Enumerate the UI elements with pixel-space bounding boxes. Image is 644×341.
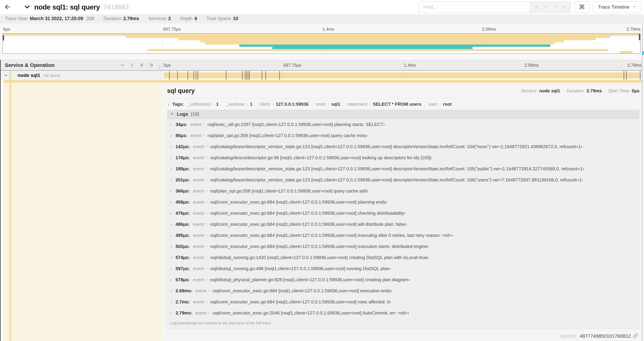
chevron-right-icon[interactable]: › — [170, 177, 176, 182]
find-input[interactable] — [419, 2, 529, 13]
span-row[interactable]: node sql1 sql query — [0, 71, 644, 80]
log-row[interactable]: ›678μs:event=‹sql/distsql_physical_plann… — [167, 274, 639, 285]
log-row[interactable]: ›495μs:event=‹sql/conn_executor_exec.go:… — [167, 230, 639, 241]
page-title: node sql1: sql query — [34, 3, 100, 11]
next-match-icon[interactable] — [552, 5, 558, 10]
log-field-key: event — [193, 166, 204, 172]
chevron-right-icon[interactable]: › — [170, 299, 176, 304]
logs-chevron-icon[interactable] — [170, 112, 174, 117]
tick-label: 0μs — [3, 27, 10, 32]
chevron-right-icon[interactable]: › — [170, 233, 176, 238]
find-group: ✕ — [419, 2, 571, 13]
collapse-controls — [120, 63, 154, 68]
prev-match-icon[interactable] — [543, 5, 548, 10]
focus-match-icon[interactable] — [534, 5, 539, 10]
divider — [563, 89, 564, 93]
log-row[interactable]: ›2.7ms:event=‹sql/conn_executor_exec.go:… — [167, 296, 639, 307]
chevron-right-icon[interactable]: › — [170, 133, 176, 138]
chevron-right-icon[interactable]: › — [170, 277, 176, 282]
chevron-right-icon[interactable]: › — [170, 166, 176, 171]
log-field-key: event — [193, 188, 204, 194]
log-row[interactable]: ›2.79ms:event=‹sql/conn_executor_exec.go… — [167, 307, 639, 318]
clear-find-icon[interactable]: ✕ — [562, 4, 566, 10]
meta-label: Depth — [180, 16, 192, 21]
log-row[interactable]: ›2.69ms:event=‹sql/conn_executor_exec.go… — [167, 285, 639, 296]
tag-item: _verbose=1 — [226, 102, 252, 107]
deep-link-button[interactable] — [633, 333, 638, 339]
column-resizer-grip[interactable] — [158, 65, 160, 69]
log-row[interactable]: ›366μs:event=‹sql/plan_opt.go:358 [nsql1… — [167, 185, 639, 196]
log-marker — [249, 71, 250, 80]
log-field-key: event — [193, 177, 204, 183]
log-marker — [246, 71, 247, 80]
spanid-label: SpanID: — [560, 333, 578, 339]
equals-sign: = — [206, 255, 208, 260]
minimap-left-scrub-handle[interactable] — [3, 35, 4, 41]
tag-item: node=sql1 — [316, 102, 340, 107]
chevron-right-icon[interactable]: › — [170, 122, 176, 127]
trace-id: 7418682 — [103, 4, 129, 11]
log-row[interactable]: ›201μs:event=‹sql/catalog/lease/descript… — [167, 174, 639, 185]
equals-sign: = — [206, 277, 208, 282]
minimap-span-bar — [3, 34, 640, 36]
collapse-trace-chevron-icon[interactable] — [24, 4, 30, 11]
chevron-right-icon[interactable]: › — [170, 244, 176, 249]
back-button[interactable] — [0, 0, 15, 14]
keyboard-shortcuts-button[interactable]: ⌘ — [574, 2, 589, 13]
span-row-timeline[interactable] — [162, 71, 644, 80]
log-row[interactable]: ›176μs:event=‹sql/catalog/descs/descript… — [167, 152, 639, 163]
log-row[interactable]: ›476μs:event=‹sql/conn_executor_exec.go:… — [167, 208, 639, 219]
log-marker — [196, 71, 196, 80]
minimap-right-scrub-handle[interactable] — [639, 34, 640, 40]
span-duration-bar[interactable] — [164, 72, 641, 78]
log-row[interactable]: ›34μs:event=‹sql/exec_util.go:2297 [nsql… — [167, 119, 639, 130]
log-row[interactable]: ›486μs:event=‹sql/conn_executor_exec.go:… — [167, 219, 639, 230]
tag-key: statement — [348, 102, 367, 107]
log-row[interactable]: ›502μs:event=‹sql/conn_executor_exec.go:… — [167, 241, 639, 252]
collapse-one-icon[interactable] — [120, 63, 125, 68]
log-timestamp: 34μs: — [176, 122, 187, 127]
tag-item: _unfinished=1 — [187, 102, 218, 107]
tag-item: client=127.0.0.1:59936 — [260, 102, 308, 107]
span-color-bar — [9, 71, 11, 80]
tag-value: 1 — [216, 102, 218, 107]
chevron-right-icon[interactable]: › — [170, 288, 176, 293]
log-field-key: event — [190, 122, 202, 127]
log-timestamp: 176μs: — [176, 155, 190, 160]
equals-sign: = — [439, 102, 441, 107]
log-row[interactable]: ›142μs:event=‹sql/catalog/lease/descript… — [167, 141, 639, 152]
trace-view-selector[interactable]: Trace Timeline — [593, 2, 641, 13]
log-row[interactable]: ›597μs:event=‹sql/distsql_running.go:498… — [167, 263, 639, 274]
chevron-right-icon[interactable]: › — [170, 255, 176, 260]
chevron-right-icon[interactable]: › — [170, 310, 176, 315]
chevron-right-icon[interactable]: › — [170, 144, 176, 149]
collapse-all-icon[interactable] — [139, 63, 144, 68]
equals-sign: = — [327, 102, 330, 107]
tags-row[interactable]: › Tags: _unfinished=1_verbose=1client=12… — [167, 98, 640, 110]
chevron-right-icon[interactable]: › — [170, 189, 176, 193]
scrollbar-strip[interactable] — [642, 23, 644, 341]
chevron-right-icon[interactable]: › — [170, 200, 176, 204]
span-collapse-chevron-icon[interactable] — [4, 73, 8, 78]
log-row[interactable]: ›574μs:event=‹sql/distsql_running.go:142… — [167, 252, 639, 263]
expand-all-icon[interactable] — [149, 63, 154, 68]
chevron-right-icon[interactable]: › — [170, 155, 176, 160]
tags-chevron-icon[interactable]: › — [168, 102, 170, 107]
log-row[interactable]: ›459μs:event=‹sql/conn_executor_exec.go:… — [167, 196, 639, 208]
timeline-ticks-header: 0μs697.75μs1.4ms2.09ms2.79ms — [162, 60, 644, 70]
span-row-name-column[interactable]: node sql1 sql query — [0, 71, 162, 80]
equals-sign: = — [206, 167, 208, 171]
log-row[interactable]: ›80μs:event=‹sql/plan_opt.go:358 [nsql1,… — [167, 130, 639, 141]
tag-value: 127.0.0.1:59936 — [276, 102, 308, 107]
chevron-right-icon[interactable]: › — [170, 266, 176, 271]
span-operation-name: sql query — [44, 73, 60, 78]
logs-header[interactable]: Logs (18) — [167, 110, 639, 119]
minimap-canvas[interactable] — [2, 33, 640, 54]
expand-one-icon[interactable] — [130, 63, 135, 68]
chevron-right-icon[interactable]: › — [170, 222, 176, 227]
log-row[interactable]: ›189μs:event=‹sql/catalog/lease/descript… — [167, 163, 639, 174]
log-field-key: event — [193, 155, 204, 160]
tag-value: SELECT * FROM users — [373, 102, 421, 107]
log-marker — [188, 71, 188, 80]
chevron-right-icon[interactable]: › — [170, 211, 176, 216]
